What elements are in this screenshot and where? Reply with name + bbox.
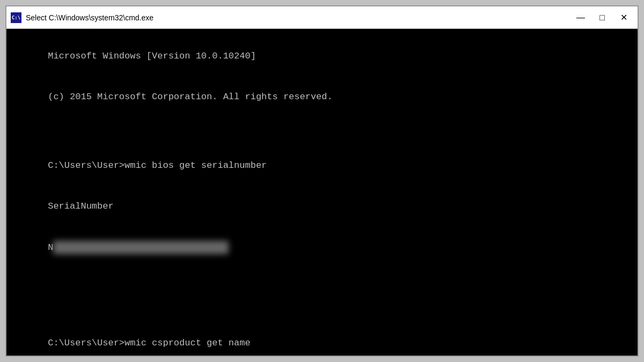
cmd-icon: C:\ <box>11 12 21 23</box>
line-serial-header: SerialNumber <box>48 201 113 211</box>
minimize-button[interactable]: — <box>571 10 590 25</box>
title-bar: C:\ Select C:\Windows\system32\cmd.exe —… <box>6 6 638 29</box>
maximize-button[interactable]: □ <box>592 10 612 25</box>
line-copyright: (c) 2015 Microsoft Corporation. All righ… <box>48 92 333 102</box>
line-version: Microsoft Windows [Version 10.0.10240] <box>48 51 256 61</box>
close-button[interactable]: ✕ <box>614 10 633 25</box>
line-wmic-bios-cmd: C:\Users\User>wmic bios get serialnumber <box>48 160 267 171</box>
line-wmic-cs-cmd: C:\Users\User>wmic csproduct get name <box>48 338 250 348</box>
line-serial-value-prefix: N <box>48 242 53 253</box>
line-serial-value-blurred: ████████████████████████████████ <box>53 241 228 255</box>
title-bar-left: C:\ Select C:\Windows\system32\cmd.exe <box>11 12 153 23</box>
window-title: Select C:\Windows\system32\cmd.exe <box>26 13 153 22</box>
cmd-window: C:\ Select C:\Windows\system32\cmd.exe —… <box>5 5 639 357</box>
console-body[interactable]: Microsoft Windows [Version 10.0.10240] (… <box>6 29 638 356</box>
console-output: Microsoft Windows [Version 10.0.10240] (… <box>15 35 629 356</box>
title-bar-buttons: — □ ✕ <box>571 10 633 25</box>
